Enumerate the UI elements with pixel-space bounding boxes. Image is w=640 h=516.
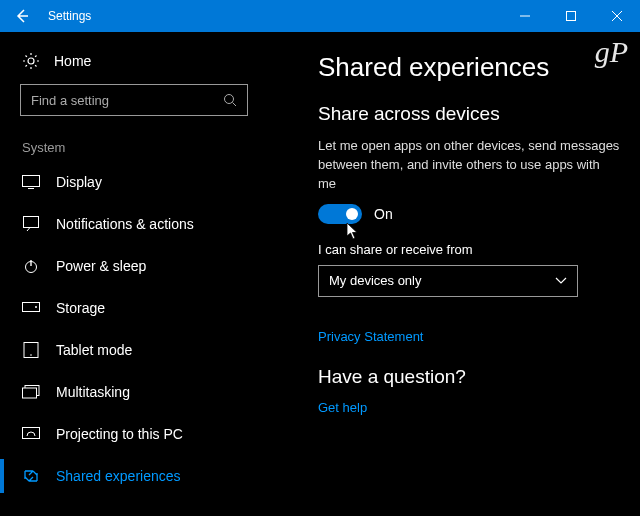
- svg-point-7: [35, 306, 37, 308]
- privacy-link[interactable]: Privacy Statement: [318, 329, 424, 344]
- sidebar-item-storage[interactable]: Storage: [20, 287, 268, 329]
- section-title: Share across devices: [318, 103, 620, 125]
- sidebar-item-shared-experiences[interactable]: Shared experiences: [20, 455, 268, 497]
- display-icon: [22, 173, 40, 191]
- gear-icon: [22, 52, 40, 70]
- window-title: Settings: [44, 9, 502, 23]
- multitasking-icon: [22, 383, 40, 401]
- cursor-icon: [346, 222, 360, 240]
- sidebar-item-label: Display: [56, 174, 102, 190]
- search-input[interactable]: Find a setting: [20, 84, 248, 116]
- notifications-icon: [22, 215, 40, 233]
- svg-rect-12: [23, 428, 40, 439]
- svg-point-1: [28, 58, 34, 64]
- svg-rect-3: [23, 176, 40, 187]
- svg-rect-0: [567, 12, 576, 21]
- sidebar-item-projecting[interactable]: Projecting to this PC: [20, 413, 268, 455]
- projecting-icon: [22, 425, 40, 443]
- maximize-button[interactable]: [548, 0, 594, 32]
- close-icon: [612, 11, 622, 21]
- sidebar-item-label: Projecting to this PC: [56, 426, 183, 442]
- svg-point-9: [30, 354, 32, 356]
- sidebar-item-label: Multitasking: [56, 384, 130, 400]
- question-heading: Have a question?: [318, 366, 620, 388]
- tablet-icon: [22, 341, 40, 359]
- shared-icon: [22, 467, 40, 485]
- sidebar: Home Find a setting System Display Notif…: [0, 32, 268, 516]
- get-help-link[interactable]: Get help: [318, 400, 367, 415]
- sidebar-group-label: System: [22, 140, 268, 155]
- sidebar-item-display[interactable]: Display: [20, 161, 268, 203]
- svg-rect-4: [24, 217, 39, 228]
- titlebar: Settings: [0, 0, 640, 32]
- home-label: Home: [54, 53, 91, 69]
- svg-point-2: [225, 95, 234, 104]
- sidebar-item-label: Power & sleep: [56, 258, 146, 274]
- dropdown-value: My devices only: [329, 273, 555, 288]
- main-panel: gP Shared experiences Share across devic…: [268, 32, 640, 516]
- sidebar-item-label: Tablet mode: [56, 342, 132, 358]
- sidebar-item-multitasking[interactable]: Multitasking: [20, 371, 268, 413]
- storage-icon: [22, 299, 40, 317]
- toggle-state-label: On: [374, 206, 393, 222]
- svg-rect-11: [23, 388, 37, 398]
- chevron-down-icon: [555, 277, 567, 285]
- sidebar-item-power[interactable]: Power & sleep: [20, 245, 268, 287]
- search-icon: [223, 93, 237, 107]
- share-from-label: I can share or receive from: [318, 242, 620, 257]
- sidebar-item-label: Notifications & actions: [56, 216, 194, 232]
- section-description: Let me open apps on other devices, send …: [318, 137, 620, 194]
- watermark: gP: [595, 35, 628, 69]
- back-button[interactable]: [0, 0, 44, 32]
- share-from-dropdown[interactable]: My devices only: [318, 265, 578, 297]
- minimize-button[interactable]: [502, 0, 548, 32]
- arrow-left-icon: [14, 8, 30, 24]
- sidebar-item-label: Storage: [56, 300, 105, 316]
- search-placeholder: Find a setting: [31, 93, 223, 108]
- share-toggle[interactable]: [318, 204, 362, 224]
- home-button[interactable]: Home: [20, 46, 268, 84]
- sidebar-item-tablet[interactable]: Tablet mode: [20, 329, 268, 371]
- page-title: Shared experiences: [318, 52, 620, 83]
- maximize-icon: [566, 11, 576, 21]
- sidebar-item-label: Shared experiences: [56, 468, 181, 484]
- close-button[interactable]: [594, 0, 640, 32]
- minimize-icon: [520, 11, 530, 21]
- sidebar-item-notifications[interactable]: Notifications & actions: [20, 203, 268, 245]
- power-icon: [22, 257, 40, 275]
